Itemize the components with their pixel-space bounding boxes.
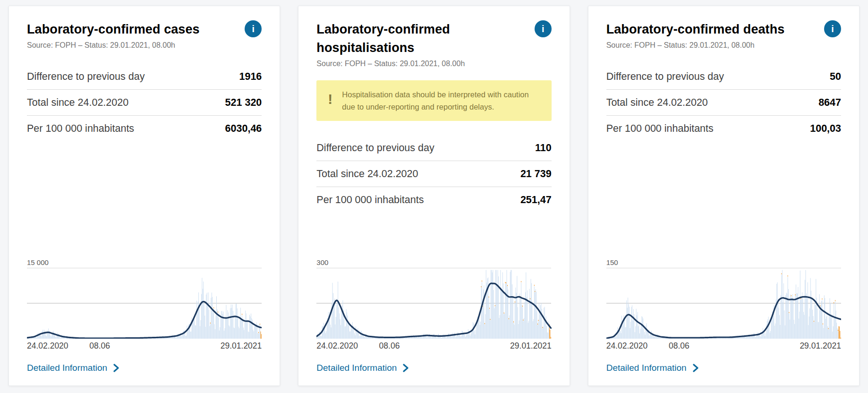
chevron-right-icon: [113, 364, 119, 372]
table-row: Difference to previous day 110: [316, 135, 551, 161]
card-title: Laboratory-confirmed deaths: [606, 20, 785, 39]
x-tick-start: 24.02.2020: [316, 341, 358, 351]
row-value: 50: [830, 71, 841, 83]
card-title: Laboratory-confirmed hospitalisations: [316, 20, 525, 57]
detailed-information-link[interactable]: Detailed Information: [316, 363, 409, 373]
table-row: Per 100 000 inhabitants 251,47: [316, 187, 551, 213]
detailed-information-link[interactable]: Detailed Information: [27, 363, 119, 373]
epi-curve-chart: 150 24.02.2020 08.06 29.01.2021: [606, 258, 841, 352]
dashboard-page: Laboratory-confirmed cases i Source: FOP…: [0, 0, 868, 393]
chart-canvas: [606, 268, 841, 339]
row-value: 110: [535, 142, 552, 154]
row-label: Total since 24.02.2020: [606, 97, 708, 109]
card-cases: Laboratory-confirmed cases i Source: FOP…: [9, 6, 280, 386]
info-icon[interactable]: i: [245, 20, 262, 37]
x-axis-labels: 24.02.2020 08.06 29.01.2021: [606, 341, 841, 352]
detailed-information-label: Detailed Information: [606, 363, 687, 373]
info-icon-glyph: i: [252, 24, 255, 34]
row-label: Difference to previous day: [316, 142, 434, 154]
x-axis-labels: 24.02.2020 08.06 29.01.2021: [316, 341, 551, 352]
row-value: 8647: [818, 97, 841, 109]
detailed-information-link[interactable]: Detailed Information: [606, 363, 699, 373]
row-label: Difference to previous day: [606, 71, 724, 83]
row-value: 6030,46: [225, 123, 262, 135]
info-icon-glyph: i: [542, 24, 545, 34]
x-axis-labels: 24.02.2020 08.06 29.01.2021: [27, 341, 262, 352]
info-icon-glyph: i: [831, 24, 834, 34]
epi-curve-chart: 300 24.02.2020 08.06 29.01.2021: [316, 258, 551, 352]
card-header: Laboratory-confirmed cases i: [27, 20, 262, 39]
x-tick-end: 29.01.2021: [800, 341, 841, 351]
card-header: Laboratory-confirmed hospitalisations i: [316, 20, 551, 57]
stat-table: Difference to previous day 50 Total sinc…: [606, 64, 841, 141]
table-row: Per 100 000 inhabitants 100,03: [606, 115, 841, 141]
row-value: 251,47: [520, 194, 552, 206]
table-row: Total since 24.02.2020 8647: [606, 89, 841, 115]
x-tick-mid: 08.06: [669, 341, 689, 351]
table-row: Total since 24.02.2020 21 739: [316, 161, 551, 187]
x-tick-end: 29.01.2021: [510, 341, 552, 351]
detailed-information-label: Detailed Information: [316, 363, 397, 373]
chevron-right-icon: [693, 364, 699, 372]
info-icon[interactable]: i: [535, 20, 552, 37]
source-status-line: Source: FOPH – Status: 29.01.2021, 08.00…: [606, 41, 841, 50]
x-tick-start: 24.02.2020: [606, 341, 648, 351]
chevron-right-icon: [403, 364, 409, 372]
chart-canvas: [27, 268, 262, 339]
chart-canvas: [316, 268, 551, 339]
stat-table: Difference to previous day 110 Total sin…: [316, 135, 551, 213]
warning-text: Hospitalisation data should be interpret…: [342, 88, 542, 113]
row-label: Total since 24.02.2020: [316, 168, 418, 180]
detailed-information-label: Detailed Information: [27, 363, 107, 373]
row-value: 1916: [239, 71, 262, 83]
y-axis-max-label: 15 000: [27, 258, 262, 266]
row-label: Per 100 000 inhabitants: [606, 123, 714, 135]
y-axis-max-label: 150: [606, 258, 841, 266]
x-tick-start: 24.02.2020: [27, 341, 68, 351]
row-label: Difference to previous day: [27, 71, 145, 83]
x-tick-mid: 08.06: [89, 341, 110, 351]
table-row: Difference to previous day 50: [606, 64, 841, 89]
x-tick-mid: 08.06: [379, 341, 400, 351]
row-label: Total since 24.02.2020: [27, 97, 128, 109]
row-value: 521 320: [225, 97, 262, 109]
source-status-line: Source: FOPH – Status: 29.01.2021, 08.00…: [27, 41, 262, 50]
epi-curve-chart: 15 000 24.02.2020 08.06 29.01.2021: [27, 258, 262, 352]
card-header: Laboratory-confirmed deaths i: [606, 20, 841, 39]
table-row: Difference to previous day 1916: [27, 64, 262, 89]
x-tick-end: 29.01.2021: [221, 341, 262, 351]
info-icon[interactable]: i: [824, 20, 841, 37]
row-label: Per 100 000 inhabitants: [316, 194, 424, 206]
card-hospitalisations: Laboratory-confirmed hospitalisations i …: [298, 6, 570, 386]
exclamation-icon: !: [328, 91, 332, 108]
card-deaths: Laboratory-confirmed deaths i Source: FO…: [588, 6, 859, 386]
source-status-line: Source: FOPH – Status: 29.01.2021, 08.00…: [316, 60, 551, 68]
stat-table: Difference to previous day 1916 Total si…: [27, 64, 262, 141]
row-value: 100,03: [810, 123, 841, 135]
row-value: 21 739: [520, 168, 552, 180]
table-row: Per 100 000 inhabitants 6030,46: [27, 115, 262, 141]
table-row: Total since 24.02.2020 521 320: [27, 89, 262, 115]
y-axis-max-label: 300: [316, 258, 551, 266]
card-title: Laboratory-confirmed cases: [27, 20, 200, 39]
warning-banner: ! Hospitalisation data should be interpr…: [316, 80, 551, 121]
row-label: Per 100 000 inhabitants: [27, 123, 134, 135]
